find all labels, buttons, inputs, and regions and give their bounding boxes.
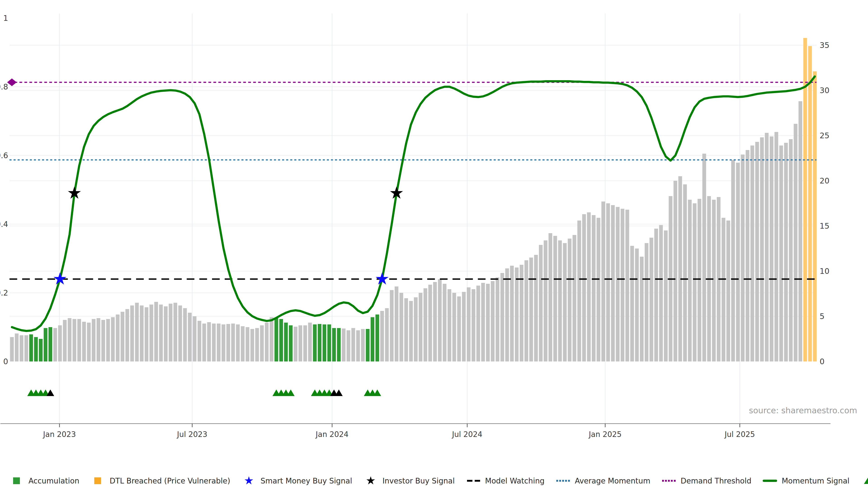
left-axis-tick-label: 0.6	[0, 151, 8, 160]
close-price-bar	[130, 305, 134, 361]
close-price-bar	[168, 304, 173, 361]
accumulation-bar	[49, 327, 53, 361]
close-price-bar	[404, 298, 408, 361]
accumulation-bar	[322, 324, 327, 361]
close-price-bar	[390, 290, 394, 361]
legend-item-label: Accumulation	[29, 477, 79, 485]
close-price-bar	[15, 333, 19, 361]
close-price-bar	[303, 325, 307, 361]
close-price-bar	[111, 317, 115, 361]
right-axis-tick-label: 10	[819, 267, 829, 275]
close-price-bar	[207, 322, 211, 361]
dtl-breached-bar	[813, 71, 817, 361]
close-price-bar	[202, 324, 206, 361]
legend-star-icon	[363, 476, 379, 486]
legend-dashes-icon	[465, 476, 482, 486]
close-price-bar	[409, 301, 413, 361]
legend-square-icon	[90, 476, 106, 486]
left-axis-tick-label: 0.2	[0, 288, 8, 297]
close-price-bar	[438, 279, 442, 361]
close-price-bar	[452, 293, 456, 361]
accumulation-bar	[337, 328, 341, 361]
close-price-bar	[299, 325, 303, 361]
accumulation-bar	[284, 323, 288, 361]
close-price-bar	[635, 249, 639, 361]
legend-line-icon	[762, 476, 778, 486]
legend-square-icon	[8, 476, 25, 486]
close-price-bar	[625, 210, 629, 361]
close-price-bar	[587, 213, 591, 361]
legend-dots-icon	[661, 476, 677, 486]
legend-item: Momentum Signal	[762, 476, 849, 486]
x-axis-tick-label: Jan 2023	[43, 430, 76, 439]
close-price-bar	[395, 287, 399, 361]
close-price-bar	[621, 209, 625, 361]
legend-star-icon	[241, 476, 257, 486]
close-price-bar	[582, 214, 586, 361]
close-price-bar	[702, 154, 706, 361]
close-price-bar	[539, 245, 543, 361]
accumulation-bar	[279, 319, 283, 361]
left-axis-tick-label: 0.4	[0, 220, 8, 229]
close-price-bar	[549, 233, 553, 361]
accumulation-bar	[375, 315, 379, 361]
accumulation-triangle-black-icon	[335, 390, 343, 396]
close-price-bar	[592, 215, 596, 361]
close-price-bar	[534, 255, 538, 361]
close-price-bar	[467, 287, 471, 361]
right-axis-tick-label: 0	[819, 357, 825, 366]
close-price-bar	[101, 320, 105, 361]
legend-item-label: Model Watching	[485, 477, 545, 485]
close-price-bar	[72, 319, 76, 361]
close-price-bar	[755, 142, 759, 361]
left-axis-tick-label: 0.8	[0, 82, 8, 91]
legend-item: Accumulation	[860, 476, 868, 486]
close-price-bar	[678, 176, 682, 361]
close-price-bar	[351, 328, 355, 361]
chart-legend: Close PriceAccumulationDTL Breached (Pri…	[0, 476, 868, 486]
close-price-bar	[361, 329, 365, 361]
x-axis-tick-label: Jul 2023	[177, 430, 207, 439]
close-price-bar	[746, 150, 749, 361]
accumulation-bar	[318, 324, 322, 361]
right-axis-tick-label: 30	[819, 86, 829, 95]
close-price-bar	[630, 246, 634, 361]
close-price-bar	[741, 155, 745, 361]
close-price-bar	[255, 328, 259, 361]
close-price-bar	[399, 293, 403, 361]
left-axis-tick-label: 0	[3, 357, 8, 366]
legend-item: Average Momentum	[555, 476, 650, 486]
close-price-bar	[265, 323, 269, 361]
legend-dots-icon	[555, 476, 571, 486]
legend-item-label: DTL Breached (Price Vulnerable)	[110, 477, 230, 485]
accumulation-bar	[34, 337, 38, 361]
accumulation-bar	[274, 318, 278, 361]
close-price-bar	[683, 184, 687, 361]
close-price-bar	[500, 273, 504, 361]
legend-item-label: Momentum Signal	[782, 477, 849, 485]
close-price-bar	[154, 302, 158, 361]
close-price-bar	[164, 306, 168, 361]
legend-item-label: Investor Buy Signal	[382, 477, 455, 485]
close-price-bar	[424, 288, 428, 361]
close-price-bar	[577, 221, 581, 361]
close-price-bar	[250, 329, 254, 361]
left-axis-tick-label: 1	[3, 13, 8, 23]
close-price-bar	[760, 137, 764, 361]
close-price-bar	[356, 330, 360, 361]
close-price-bar	[486, 284, 490, 361]
close-price-bar	[447, 289, 452, 361]
close-price-bar	[765, 133, 769, 361]
close-price-bar	[63, 320, 67, 361]
close-price-bar	[68, 318, 72, 361]
close-price-bar	[414, 297, 418, 361]
close-price-bar	[428, 285, 432, 361]
close-price-bar	[712, 200, 716, 361]
close-price-bar	[645, 243, 649, 361]
close-price-bar	[135, 303, 139, 361]
close-price-bar	[731, 160, 735, 361]
close-price-bar	[693, 203, 697, 361]
close-price-bar	[664, 230, 668, 361]
close-price-bar	[789, 139, 793, 361]
close-price-bar	[82, 322, 86, 361]
